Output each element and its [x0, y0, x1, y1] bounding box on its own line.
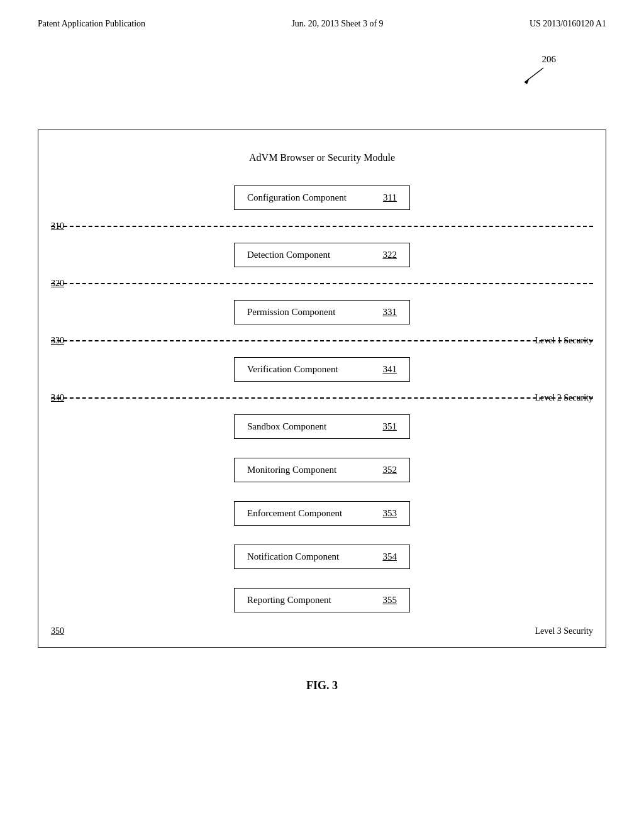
svg-marker-1	[525, 78, 530, 84]
divider-320-row: 320	[38, 280, 606, 287]
reporting-component-num: 355	[383, 595, 397, 606]
bottom-row: 350 Level 3 Security	[38, 628, 606, 634]
ref-320-label: 320	[51, 279, 64, 289]
permission-component-row: Permission Component 331	[38, 290, 606, 334]
ref-340-label: 340	[51, 393, 64, 403]
enforcement-component-row: Enforcement Component 353	[38, 492, 606, 535]
level2-security-label: Level 2 Security	[535, 393, 593, 403]
ref-310-label: 310	[51, 221, 64, 231]
enforcement-component-name: Enforcement Component	[247, 508, 342, 519]
dashed-line-320	[51, 283, 593, 284]
dashed-line-330	[51, 340, 593, 341]
divider-310-row: 310	[38, 223, 606, 230]
detection-component-num: 322	[383, 250, 397, 260]
detection-component-name: Detection Component	[247, 250, 330, 260]
dashed-line-340	[51, 397, 593, 399]
enforcement-component-box: Enforcement Component 353	[234, 501, 410, 526]
config-component-num: 311	[383, 192, 397, 203]
ref-350-label: 350	[51, 626, 64, 636]
header-right: US 2013/0160120 A1	[530, 19, 606, 29]
arrow-svg	[518, 67, 550, 86]
sandbox-component-num: 351	[383, 421, 397, 432]
notification-component-box: Notification Component 354	[234, 545, 410, 569]
detection-component-box: Detection Component 322	[234, 243, 410, 267]
monitoring-component-box: Monitoring Component 352	[234, 458, 410, 482]
level3-security-label: Level 3 Security	[535, 626, 593, 636]
monitoring-component-row: Monitoring Component 352	[38, 448, 606, 492]
monitoring-component-name: Monitoring Component	[247, 465, 336, 475]
divider-330-row: 330 Level 1 Security	[38, 337, 606, 345]
verification-component-num: 341	[383, 364, 397, 375]
module-title: AdVM Browser or Security Module	[38, 143, 606, 176]
ref-330-label: 330	[51, 336, 64, 346]
permission-component-num: 331	[383, 307, 397, 318]
config-component-box: Configuration Component 311	[234, 185, 410, 210]
header-center: Jun. 20, 2013 Sheet 3 of 9	[291, 19, 383, 29]
level1-security-label: Level 1 Security	[535, 336, 593, 346]
sandbox-component-box: Sandbox Component 351	[234, 414, 410, 439]
notification-component-name: Notification Component	[247, 551, 339, 562]
reporting-component-row: Reporting Component 355	[38, 578, 606, 622]
header-left: Patent Application Publication	[38, 19, 145, 29]
sandbox-component-row: Sandbox Component 351	[38, 405, 606, 448]
verification-component-row: Verification Component 341	[38, 348, 606, 391]
divider-340-row: 340 Level 2 Security	[38, 394, 606, 402]
enforcement-component-num: 353	[383, 508, 397, 519]
ref-206-arrow	[518, 67, 550, 88]
notification-component-num: 354	[383, 551, 397, 562]
verification-component-name: Verification Component	[247, 364, 338, 375]
outer-box: AdVM Browser or Security Module Configur…	[38, 130, 606, 648]
diagram-area: 206 AdVM Browser or Security Module Conf…	[0, 35, 644, 660]
ref-206-label: 206	[542, 54, 557, 65]
notification-component-row: Notification Component 354	[38, 535, 606, 578]
ref-206-container: 206	[38, 48, 606, 92]
page-header: Patent Application Publication Jun. 20, …	[0, 0, 644, 35]
reporting-component-name: Reporting Component	[247, 595, 331, 606]
permission-component-name: Permission Component	[247, 307, 335, 318]
detection-component-row: Detection Component 322	[38, 233, 606, 277]
reporting-component-box: Reporting Component 355	[234, 588, 410, 612]
verification-component-box: Verification Component 341	[234, 357, 410, 382]
monitoring-component-num: 352	[383, 465, 397, 475]
config-component-row: Configuration Component 311	[38, 176, 606, 219]
permission-component-box: Permission Component 331	[234, 300, 410, 324]
sandbox-component-name: Sandbox Component	[247, 421, 326, 432]
dashed-line-310	[51, 226, 593, 227]
config-component-name: Configuration Component	[247, 192, 347, 203]
figure-caption: FIG. 3	[0, 679, 644, 692]
